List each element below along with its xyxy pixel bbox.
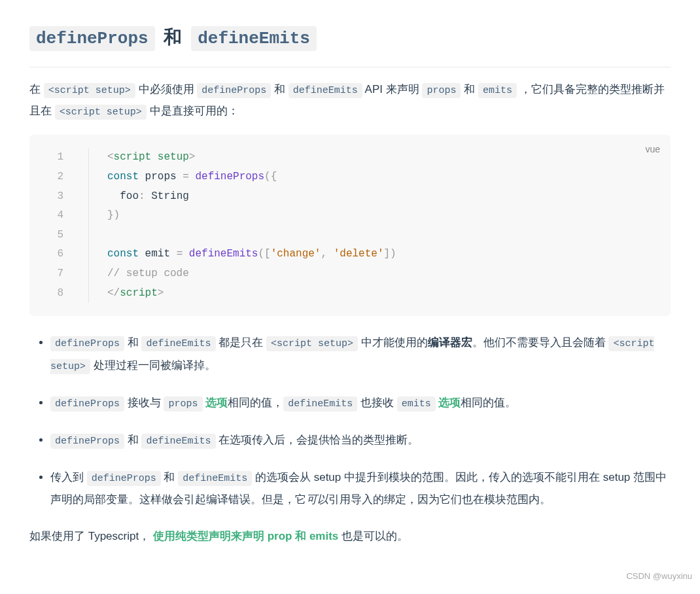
inline-code: defineEmits [141, 434, 215, 449]
body-text: 相同的值， [228, 396, 283, 409]
line-number: 1 [29, 148, 89, 167]
code-line: 5 [29, 226, 655, 245]
code-line: 6const emit = defineEmits(['change', 'de… [29, 245, 655, 264]
body-text: 传入到 [50, 471, 87, 483]
line-number: 7 [29, 264, 89, 284]
line-content: const emit = defineEmits(['change', 'del… [89, 245, 655, 264]
intro-paragraph: 在 <script setup> 中必须使用 defineProps 和 def… [29, 79, 671, 122]
inline-code: emits [478, 83, 517, 98]
inline-code: defineProps [50, 336, 124, 351]
inline-code: <script setup> [44, 83, 135, 98]
footer-credit: CSDN @wuyxinu [0, 566, 700, 590]
code-line: 2const props = defineProps({ [29, 167, 655, 187]
bullet-list: defineProps 和 defineEmits 都是只在 <script s… [29, 332, 671, 512]
list-item: defineProps 接收与 props 选项相同的值，defineEmits… [50, 392, 671, 415]
intro-text: 中必须使用 [139, 83, 198, 96]
heading-code-2: defineEmits [191, 26, 317, 51]
list-item: defineProps 和 defineEmits 在选项传入后，会提供恰当的类… [50, 429, 671, 452]
tail-text: 也是可以的。 [341, 530, 408, 542]
body-text: 也接收 [357, 396, 396, 409]
inline-code: emits [397, 396, 436, 411]
heading-conjunction: 和 [160, 27, 186, 47]
intro-text: 中是直接可用的： [150, 105, 239, 117]
line-content: <script setup> [89, 148, 655, 167]
section-heading: defineProps 和 defineEmits [29, 20, 671, 67]
inline-code: <script setup> [266, 336, 358, 351]
option-link[interactable]: 选项 [438, 396, 461, 409]
code-line: 1<script setup> [29, 148, 655, 167]
list-item: 传入到 defineProps 和 defineEmits 的选项会从 setu… [50, 466, 671, 512]
document-page: defineProps 和 defineEmits 在 <script setu… [0, 0, 700, 566]
body-text: 相同的值。 [461, 396, 516, 409]
inline-code: defineEmits [283, 396, 357, 411]
typescript-link[interactable]: 使用纯类型声明来声明 prop 和 emits [153, 530, 338, 542]
line-number: 6 [29, 245, 89, 264]
intro-text: 在 [29, 83, 44, 96]
inline-code: props [422, 83, 461, 98]
inline-code: defineProps [50, 396, 124, 411]
line-content: const props = defineProps({ [89, 167, 655, 187]
inline-code: defineProps [197, 83, 271, 98]
body-text: 处理过程一同被编译掉。 [90, 359, 216, 372]
code-line: 3 foo: String [29, 187, 655, 207]
line-number: 4 [29, 206, 89, 226]
line-number: 3 [29, 187, 89, 207]
body-text: 接收与 [124, 396, 164, 409]
inline-code: defineEmits [178, 471, 252, 486]
heading-code-1: defineProps [29, 26, 155, 51]
body-text: 。他们不需要导入且会随着 [472, 336, 609, 349]
code-line: 8</script> [29, 284, 655, 304]
line-content: </script> [89, 284, 655, 304]
bold-text: 编译器宏 [428, 336, 472, 349]
code-lang-label: vue [645, 141, 660, 158]
body-text: 都是只在 [216, 336, 266, 349]
inline-code: <script setup> [55, 105, 147, 120]
line-number: 5 [29, 226, 89, 245]
line-content: // setup code [89, 264, 655, 284]
emphasis-text: 可以 [306, 493, 328, 506]
list-item: defineProps 和 defineEmits 都是只在 <script s… [50, 332, 671, 377]
inline-code: defineProps [50, 434, 124, 449]
body-text: 和 [124, 336, 141, 349]
tail-text: 如果使用了 Typescript， [29, 530, 150, 542]
code-line: 4}) [29, 206, 655, 226]
body-text: 和 [161, 471, 178, 483]
inline-code: defineEmits [141, 336, 215, 351]
body-text: 在选项传入后，会提供恰当的类型推断。 [216, 434, 419, 446]
body-text: 引用导入的绑定，因为它们也在模块范围内。 [328, 493, 551, 506]
option-link[interactable]: 选项 [205, 396, 228, 409]
inline-code: defineProps [87, 471, 161, 486]
inline-code: defineEmits [289, 83, 362, 98]
tail-paragraph: 如果使用了 Typescript， 使用纯类型声明来声明 prop 和 emit… [29, 526, 671, 547]
line-number: 2 [29, 167, 89, 187]
intro-text: 和 [464, 83, 478, 96]
code-block: vue 1<script setup>2const props = define… [29, 135, 671, 316]
line-content: foo: String [89, 187, 655, 207]
inline-code: props [164, 396, 202, 411]
line-content: }) [89, 206, 655, 226]
line-number: 8 [29, 284, 89, 304]
code-line: 7// setup code [29, 264, 655, 284]
intro-text: 和 [274, 83, 289, 96]
code-lines: 1<script setup>2const props = defineProp… [29, 148, 655, 303]
intro-text: API 来声明 [365, 83, 423, 96]
body-text: 中才能使用的 [358, 336, 428, 349]
body-text: 和 [124, 434, 141, 446]
